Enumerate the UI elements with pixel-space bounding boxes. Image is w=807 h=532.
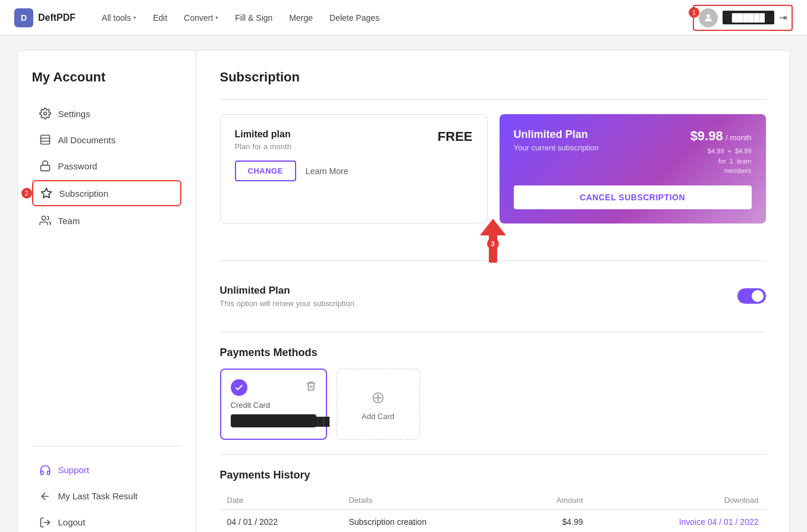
sidebar-item-logout[interactable]: Logout	[32, 511, 181, 533]
payments-methods-section: Payments Methods Credit Card	[220, 347, 766, 440]
col-amount: Amount	[514, 491, 591, 510]
annotation-badge-3: 3	[487, 238, 499, 250]
annotation-badge-1: 1	[689, 7, 699, 18]
svg-rect-2	[40, 136, 49, 144]
change-plan-button[interactable]: CHANGE	[235, 160, 296, 181]
row-download: Invoice 04 / 01 / 2022	[590, 509, 765, 532]
content: Subscription Limited plan Plan for a mon…	[196, 51, 790, 532]
col-date: Date	[220, 491, 342, 510]
limited-plan-info: Limited plan Plan for a month	[235, 129, 291, 151]
svg-marker-6	[41, 188, 51, 198]
unlimited-plan-price: $9.98 / month $4.99 + $4.99for 1 teammem…	[690, 128, 752, 176]
nav-merge[interactable]: Merge	[282, 10, 320, 26]
sidebar-item-subscription[interactable]: Subscription	[32, 180, 181, 206]
payment-card-icons	[231, 379, 316, 396]
document-icon	[39, 134, 51, 146]
svg-point-0	[706, 14, 710, 18]
all-documents-label: All Documents	[58, 135, 116, 145]
logout-label: Logout	[58, 517, 86, 527]
subscription-label: Subscription	[59, 188, 109, 199]
nav-convert[interactable]: Convert ▾	[177, 10, 225, 26]
nav-all-tools[interactable]: All tools ▾	[95, 10, 143, 26]
sidebar-item-last-task[interactable]: My Last Task Result	[32, 484, 181, 508]
sidebar-bottom: Support My Last Task Result Logout	[32, 446, 181, 533]
main-container: My Account Settings All Documents	[17, 50, 790, 532]
unlimited-plan-name: Unlimited Plan	[514, 128, 599, 141]
payments-methods-title: Payments Methods	[220, 347, 766, 359]
nav-edit[interactable]: Edit	[146, 10, 174, 26]
row-amount: $4.99	[514, 509, 591, 532]
nav-delete-pages[interactable]: Delete Pages	[322, 10, 387, 26]
arrow-left-icon	[39, 490, 51, 502]
renewal-toggle[interactable]	[737, 288, 766, 304]
price-main: $9.98	[690, 128, 723, 143]
renewal-sub: This option will renew your subscription	[220, 299, 354, 308]
support-label: Support	[58, 465, 90, 475]
unlimited-plan-header: Unlimited Plan Your current subscription…	[514, 128, 752, 176]
divider-2	[220, 260, 766, 261]
unlimited-plan-card: Unlimited Plan Your current subscription…	[500, 114, 766, 223]
limited-plan-card: Limited plan Plan for a month FREE CHANG…	[220, 114, 488, 223]
invoice-link[interactable]: Invoice 04 / 01 / 2022	[679, 517, 759, 527]
history-table-head: Date Details Amount Download	[220, 491, 766, 510]
unlimited-plan-sub: Your current subscription	[514, 143, 599, 152]
price-unit: / month	[726, 133, 751, 142]
sidebar-item-password[interactable]: Password	[32, 154, 181, 178]
credit-card-number: ████████████████	[231, 414, 316, 427]
arrow-body	[489, 233, 497, 263]
user-menu[interactable]: 1 ██████ ⇥	[693, 5, 793, 31]
sidebar-title: My Account	[32, 70, 181, 85]
divider-3	[220, 332, 766, 332]
logo-icon: D	[14, 8, 33, 27]
nav-fill-sign[interactable]: Fill & Sign	[228, 10, 280, 26]
credit-card-item: Credit Card ████████████████	[220, 369, 327, 440]
check-icon	[231, 379, 247, 396]
limited-plan-header: Limited plan Plan for a month FREE	[235, 129, 473, 151]
payment-cards: Credit Card ████████████████ ⊕ Add Card	[220, 369, 766, 440]
sidebar-item-support[interactable]: Support	[32, 458, 181, 482]
svg-point-7	[42, 216, 46, 221]
add-card-label: Add Card	[362, 412, 394, 421]
limited-plan-sub: Plan for a month	[235, 142, 291, 151]
table-row: 04 / 01 / 2022 Subscription creation $4.…	[220, 509, 766, 532]
renewal-info: Unlimited Plan This option will renew yo…	[220, 285, 354, 308]
avatar	[699, 8, 718, 27]
renewal-section: Unlimited Plan This option will renew yo…	[220, 275, 766, 317]
chevron-down-icon: ▾	[133, 14, 136, 21]
sidebar-item-settings[interactable]: Settings	[32, 102, 181, 125]
gear-icon	[39, 108, 51, 119]
plan-cards: Limited plan Plan for a month FREE CHANG…	[220, 114, 766, 223]
navbar: D DeftPDF All tools ▾ Edit Convert ▾ Fil…	[0, 0, 807, 36]
sidebar-nav: Settings All Documents Password	[32, 102, 181, 446]
password-label: Password	[58, 161, 98, 171]
annotation-badge-2: 2	[21, 188, 32, 199]
sidebar-item-all-documents[interactable]: All Documents	[32, 128, 181, 152]
sidebar-item-subscription-wrapper: 2 Subscription	[32, 180, 181, 206]
logo[interactable]: D DeftPDF	[14, 8, 76, 27]
cancel-subscription-button[interactable]: CANCEL SUBSCRIPTION	[514, 185, 752, 209]
row-date: 04 / 01 / 2022	[220, 509, 342, 532]
learn-more-link[interactable]: Learn More	[306, 166, 348, 176]
row-details: Subscription creation	[341, 509, 513, 532]
delete-card-icon[interactable]	[306, 380, 316, 394]
star-icon	[40, 187, 52, 199]
svg-point-1	[43, 112, 46, 115]
annotation-arrow-3: 3	[220, 219, 766, 260]
logout-icon	[39, 517, 51, 528]
page-title: Subscription	[220, 70, 766, 85]
col-download: Download	[590, 491, 765, 510]
limited-plan-price: FREE	[438, 129, 473, 144]
history-header-row: Date Details Amount Download	[220, 491, 766, 510]
limited-plan-name: Limited plan	[235, 129, 291, 140]
col-details: Details	[341, 491, 513, 510]
logout-icon[interactable]: ⇥	[779, 12, 787, 23]
team-icon	[39, 215, 51, 226]
sidebar: My Account Settings All Documents	[18, 51, 196, 532]
lock-icon	[39, 160, 51, 172]
add-card-button[interactable]: ⊕ Add Card	[337, 369, 420, 440]
user-name: ██████	[723, 11, 774, 24]
sidebar-item-team[interactable]: Team	[32, 209, 181, 232]
unlimited-plan-info: Unlimited Plan Your current subscription	[514, 128, 599, 152]
history-table: Date Details Amount Download 04 / 01 / 2…	[220, 491, 766, 533]
chevron-down-icon: ▾	[215, 14, 218, 21]
